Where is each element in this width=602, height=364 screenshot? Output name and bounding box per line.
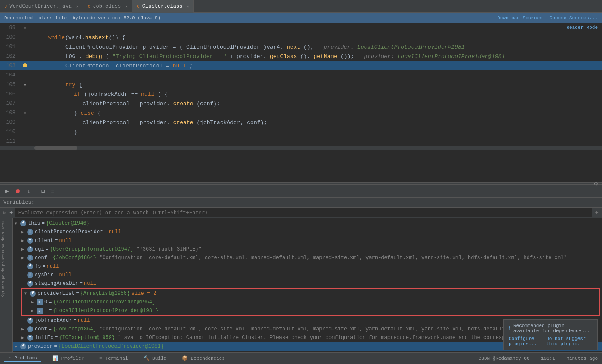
status-tab-dependencies[interactable]: 📦 Dependencies [178, 355, 229, 362]
nav-item[interactable]: mapr [0, 220, 6, 231]
var-value: null [59, 238, 71, 244]
tab-bar: J WordCountDriver.java ✕ C Job.class ✕ C… [0, 0, 602, 13]
var-icon-f: f [30, 291, 36, 297]
table-row: 109 clientProtocol = provider. create (j… [0, 118, 602, 127]
notification-text: Recommended plugin available for depende… [513, 323, 592, 333]
plus-icon[interactable]: + [8, 208, 15, 218]
nav-item[interactable]: ecurity [0, 280, 6, 298]
var-row-stagingareadir[interactable]: ▶ f stagingAreaDir = null [13, 279, 602, 288]
var-value: {LocalClientProtocolProvider@1981} [53, 308, 158, 314]
keyword: while [48, 34, 65, 41]
gutter: ▼ [21, 108, 29, 118]
download-sources-link[interactable]: Download Sources [497, 15, 543, 21]
expand-arrow[interactable]: ▶ [22, 255, 26, 260]
var-value: {JobConf@1864} [53, 326, 96, 332]
decompile-info: Decompiled .class file, bytecode version… [4, 15, 160, 21]
tab-wordcount[interactable]: J WordCountDriver.java ✕ [0, 0, 83, 13]
tab-wordcount-close[interactable]: ✕ [76, 4, 79, 9]
expand-arrow[interactable]: ▶ [22, 335, 26, 340]
fold-arrow[interactable]: ▼ [24, 111, 26, 116]
watch-submit-button[interactable]: + [592, 208, 602, 218]
expand-arrow[interactable]: ▼ [15, 221, 19, 226]
line-number: 103 [0, 61, 21, 70]
code-editor: Reader Mode 99 ▼ 100 while(var4.hasNext(… [0, 23, 602, 182]
expand-arrow[interactable]: ▶ [31, 308, 35, 313]
fold-arrow[interactable]: ▼ [24, 26, 26, 31]
nav-item[interactable]: snapred [0, 249, 6, 267]
status-tab-terminal[interactable]: ⌨ Terminal [95, 355, 132, 362]
var-value: null [109, 229, 121, 235]
status-tab-profiler[interactable]: 📊 Profiler [48, 355, 88, 362]
breakpoint-indicator[interactable] [23, 63, 27, 67]
gutter [21, 61, 29, 70]
watch-bar: ▷ + + [0, 208, 602, 218]
configure-plugins-link[interactable]: Configure plugins... [509, 336, 543, 346]
var-icon-list: ≡ [37, 308, 43, 314]
tab-job-icon: C [88, 4, 91, 9]
tab-cluster[interactable]: C Cluster.class ✕ [132, 0, 194, 13]
var-row-provider-0[interactable]: ▶ ≡ 0 = {YarnClientProtocolProvider@1964… [22, 298, 599, 306]
code-line: clientProtocol = provider. create (jobTr… [29, 118, 602, 127]
var-icon-f: f [27, 326, 33, 332]
var-row-provider-1[interactable]: ▶ ≡ 1 = {LocalClientProtocolProvider@198… [22, 306, 599, 315]
status-tab-build[interactable]: 🔨 Build [139, 355, 171, 362]
var-row-this[interactable]: ▼ f this = {Cluster@1946} [13, 219, 602, 228]
debug-step-button[interactable]: ↓ [25, 187, 32, 196]
dismiss-plugin-link[interactable]: Do not suggest this plugin. [546, 336, 592, 346]
var-name: stagingAreaDir [35, 281, 78, 287]
var-row-providerlist[interactable]: ▼ f providerList = {ArrayList@1956} size… [22, 289, 599, 298]
var-name: conf [35, 255, 47, 261]
var-name: this [28, 220, 40, 226]
var-row-client[interactable]: ▶ f client = null [13, 236, 602, 245]
debug-grid-button[interactable]: ⊞ [40, 187, 46, 196]
var-icon-f: f [27, 335, 33, 341]
info-bar: Decompiled .class file, bytecode version… [0, 13, 602, 23]
var-value: {Cluster@1946} [46, 220, 89, 226]
debug-list-button[interactable]: ≡ [49, 187, 56, 196]
var-row-ugi[interactable]: ▶ f ugi = {UserGroupInformation@1947} "7… [13, 245, 602, 254]
table-row: 110 } [0, 127, 602, 137]
line-number: 110 [0, 127, 21, 137]
tab-job-close[interactable]: ✕ [125, 4, 128, 9]
expand-arrow[interactable]: ▶ [22, 229, 26, 235]
var-icon-f: f [27, 229, 33, 235]
var-name: client [35, 238, 53, 244]
choose-sources-link[interactable]: Choose Sources... [550, 15, 598, 21]
expand-arrow[interactable]: ▶ [22, 327, 26, 332]
nav-item[interactable]: snapred [0, 231, 6, 249]
line-number: 109 [0, 118, 21, 127]
gutter [21, 99, 29, 108]
expand-arrow[interactable]: ▶ [31, 300, 35, 305]
var-name: ugi [35, 246, 44, 252]
source-actions: Download Sources Choose Sources... [497, 15, 598, 21]
status-tab-problems[interactable]: ⚠ Problems [4, 354, 41, 362]
table-row: 100 while(var4.hasNext()) { [0, 33, 602, 42]
watch-input[interactable] [15, 208, 591, 217]
tab-cluster-close[interactable]: ✕ [187, 4, 189, 9]
code-line [29, 137, 602, 146]
gutter [21, 42, 29, 52]
var-value: null [78, 318, 90, 324]
expand-arrow-watch: ▷ [0, 208, 8, 217]
nav-item[interactable]: apred [0, 267, 6, 280]
tab-job[interactable]: C Job.class ✕ [83, 0, 132, 13]
expand-arrow[interactable]: ▶ [15, 344, 19, 349]
line-number: 102 [0, 52, 21, 61]
var-row-fs[interactable]: ▶ f fs = null [13, 262, 602, 271]
var-row-clientprotocolprovider[interactable]: ▶ f clientProtocolProvider = null [13, 228, 602, 236]
table-row: 108 ▼ } else { [0, 108, 602, 118]
debug-record-button[interactable]: ⏺ [13, 187, 22, 196]
table-row: 101 ClientProtocolProvider provider = ( … [0, 42, 602, 52]
code-line: try { [29, 80, 602, 89]
expand-arrow[interactable]: ▼ [24, 291, 28, 296]
debug-play-button[interactable]: ▶ [3, 187, 10, 196]
expand-arrow[interactable]: ▶ [22, 247, 26, 252]
expand-arrow[interactable]: ▶ [22, 238, 26, 243]
reader-mode-button[interactable]: Reader Mode [566, 25, 598, 30]
horizontal-scrollbar[interactable] [0, 146, 602, 150]
var-row-sysdir[interactable]: ▶ f sysDir = null [13, 271, 602, 279]
fold-arrow[interactable]: ▼ [24, 83, 26, 88]
scrollbar-thumb[interactable] [34, 146, 77, 150]
code-table: 99 ▼ 100 while(var4.hasNext()) { 101 C [0, 23, 602, 146]
var-row-conf[interactable]: ▶ f conf = {JobConf@1864} "Configuration… [13, 254, 602, 262]
